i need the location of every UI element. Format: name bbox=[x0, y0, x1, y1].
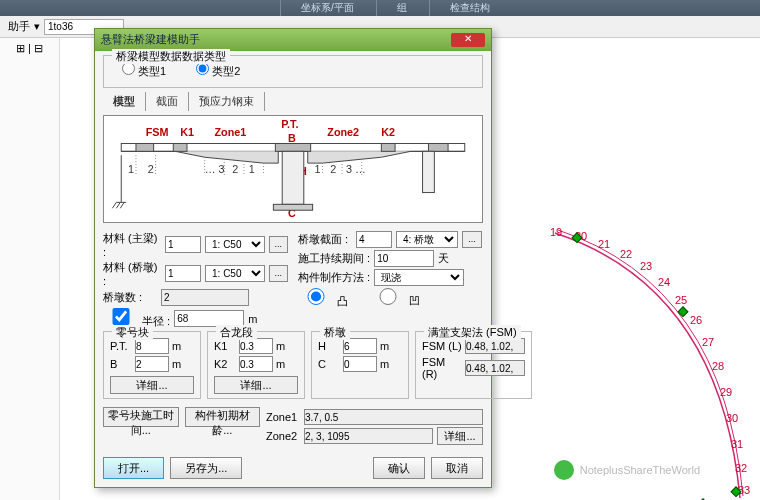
ok-button[interactable]: 确认 bbox=[373, 457, 425, 479]
svg-text:K1: K1 bbox=[180, 126, 194, 138]
radio-type2[interactable]: 类型2 bbox=[196, 62, 240, 79]
ribbon-group-group[interactable]: 组 bbox=[376, 0, 427, 16]
mat-main-sel[interactable]: 1: C50 bbox=[205, 236, 265, 253]
saveas-button[interactable]: 另存为... bbox=[170, 457, 242, 479]
b-input[interactable] bbox=[135, 356, 169, 372]
pier-count bbox=[161, 289, 249, 306]
cancel-button[interactable]: 取消 bbox=[431, 457, 483, 479]
svg-text:26: 26 bbox=[690, 314, 702, 326]
svg-text:K2: K2 bbox=[381, 126, 395, 138]
closure-detail[interactable]: 详细... bbox=[214, 376, 298, 394]
svg-rect-16 bbox=[678, 307, 688, 317]
svg-text:Zone2: Zone2 bbox=[327, 126, 359, 138]
pt-input[interactable] bbox=[135, 338, 169, 354]
zone2-input bbox=[304, 428, 433, 444]
tab-model[interactable]: 模型 bbox=[103, 92, 146, 111]
pier-sec-more[interactable]: ... bbox=[462, 231, 482, 248]
svg-text:FSM: FSM bbox=[146, 126, 169, 138]
svg-text:2: 2 bbox=[330, 163, 336, 175]
radio-concave[interactable]: 凹 bbox=[370, 288, 424, 309]
svg-rect-32 bbox=[381, 143, 395, 151]
const-time-btn[interactable]: 零号块施工时间... bbox=[103, 407, 179, 427]
dropdown-icon[interactable]: ▾ bbox=[34, 20, 40, 33]
toolbar-suffix: 助手 bbox=[8, 19, 30, 34]
dialog-title: 悬臂法桥梁建模助手 bbox=[101, 32, 200, 47]
sidebar: ⊞ | ⊟ bbox=[0, 38, 60, 500]
svg-text:1: 1 bbox=[249, 163, 255, 175]
svg-rect-29 bbox=[136, 143, 154, 151]
mat-pier-more[interactable]: ... bbox=[269, 265, 288, 282]
mat-main-num[interactable] bbox=[165, 236, 201, 253]
svg-text:B: B bbox=[288, 132, 296, 144]
svg-text:19: 19 bbox=[550, 228, 562, 238]
ribbon-group-coord[interactable]: 坐标系/平面 bbox=[280, 0, 374, 16]
wechat-icon bbox=[554, 460, 574, 480]
c-input[interactable] bbox=[343, 356, 377, 372]
init-mat-btn[interactable]: 构件初期材龄... bbox=[185, 407, 261, 427]
fsm-l bbox=[465, 338, 525, 354]
mat-pier-num[interactable] bbox=[165, 265, 201, 282]
svg-text:23: 23 bbox=[640, 260, 652, 272]
svg-rect-35 bbox=[423, 151, 435, 192]
svg-text:29: 29 bbox=[720, 386, 732, 398]
zero-detail[interactable]: 详细... bbox=[110, 376, 194, 394]
mat-main-more[interactable]: ... bbox=[269, 236, 288, 253]
zone1-input bbox=[304, 409, 483, 425]
mat-pier-sel[interactable]: 1: C50 bbox=[205, 265, 265, 282]
svg-text:1: 1 bbox=[315, 163, 321, 175]
svg-text:3 …: 3 … bbox=[346, 163, 366, 175]
pier-sec-num[interactable] bbox=[356, 231, 392, 248]
svg-text:22: 22 bbox=[620, 248, 632, 260]
data-type-legend: 桥梁模型数据数据类型 bbox=[112, 49, 230, 64]
svg-text:30: 30 bbox=[726, 412, 738, 424]
k1-input[interactable] bbox=[239, 338, 273, 354]
fsm-r bbox=[465, 360, 525, 376]
pier-sec-sel[interactable]: 4: 桥墩 bbox=[396, 231, 458, 248]
svg-text:P.T.: P.T. bbox=[281, 118, 298, 130]
svg-text:2: 2 bbox=[232, 163, 238, 175]
close-icon[interactable]: ✕ bbox=[451, 33, 485, 47]
svg-rect-30 bbox=[173, 143, 187, 151]
svg-rect-33 bbox=[428, 143, 448, 151]
radio-type1[interactable]: 类型1 bbox=[122, 62, 166, 79]
svg-text:… 3: … 3 bbox=[205, 163, 225, 175]
radio-convex[interactable]: 凸 bbox=[298, 288, 352, 309]
svg-text:2: 2 bbox=[148, 163, 154, 175]
fab-method[interactable]: 现浇 bbox=[374, 269, 464, 286]
svg-text:28: 28 bbox=[712, 360, 724, 372]
svg-text:27: 27 bbox=[702, 336, 714, 348]
svg-text:25: 25 bbox=[675, 294, 687, 306]
cantilever-bridge-wizard-dialog: 悬臂法桥梁建模助手 ✕ 桥梁模型数据数据类型 类型1 类型2 模型 截面 预应力… bbox=[94, 28, 492, 488]
k2-input[interactable] bbox=[239, 356, 273, 372]
svg-text:24: 24 bbox=[658, 276, 670, 288]
svg-rect-36 bbox=[273, 204, 312, 210]
svg-rect-31 bbox=[275, 143, 310, 151]
zone-detail[interactable]: 详细... bbox=[437, 427, 483, 445]
h-input[interactable] bbox=[343, 338, 377, 354]
svg-text:Zone1: Zone1 bbox=[214, 126, 246, 138]
svg-text:1: 1 bbox=[128, 163, 134, 175]
const-dur[interactable] bbox=[374, 250, 434, 267]
svg-text:21: 21 bbox=[598, 238, 610, 250]
ribbon-group-check[interactable]: 检查结构 bbox=[429, 0, 510, 16]
open-button[interactable]: 打开... bbox=[103, 457, 164, 479]
svg-rect-34 bbox=[282, 151, 304, 204]
watermark: NoteplusShareTheWorld bbox=[554, 460, 700, 480]
bridge-diagram: FSMK1 Zone1P.T. BZone2 K2 HC bbox=[103, 115, 483, 223]
svg-text:31: 31 bbox=[731, 438, 743, 450]
tab-section[interactable]: 截面 bbox=[146, 92, 189, 111]
svg-text:32: 32 bbox=[735, 462, 747, 474]
tab-tendon[interactable]: 预应力钢束 bbox=[189, 92, 265, 111]
